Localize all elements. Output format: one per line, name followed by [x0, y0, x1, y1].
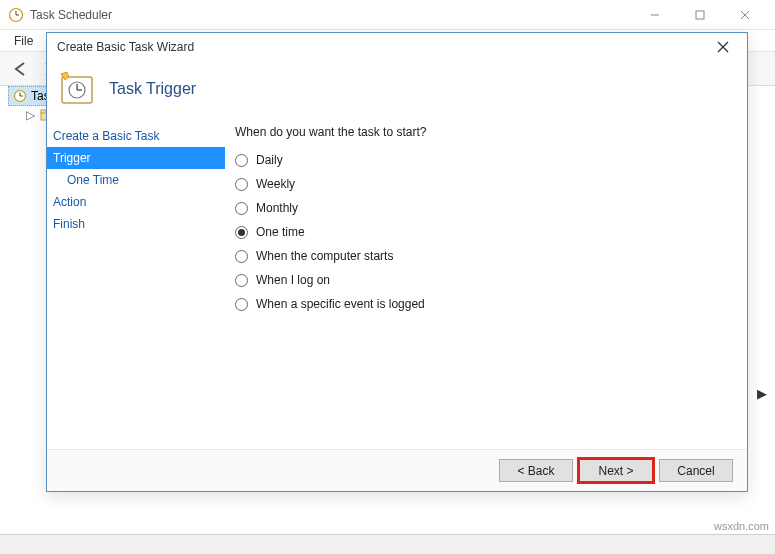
radio-icon-selected: [235, 226, 248, 239]
wizard-close-button[interactable]: [709, 36, 737, 58]
radio-icon: [235, 274, 248, 287]
radio-label: Weekly: [256, 177, 295, 191]
radio-label: When I log on: [256, 273, 330, 287]
radio-weekly[interactable]: Weekly: [235, 177, 729, 191]
radio-monthly[interactable]: Monthly: [235, 201, 729, 215]
wizard-title: Create Basic Task Wizard: [57, 40, 709, 54]
close-button[interactable]: [722, 1, 767, 29]
minimize-button[interactable]: [632, 1, 677, 29]
wizard-body: Create a Basic Task Trigger One Time Act…: [47, 125, 747, 449]
step-create-basic-task[interactable]: Create a Basic Task: [47, 125, 225, 147]
step-one-time[interactable]: One Time: [47, 169, 225, 191]
radio-label: Daily: [256, 153, 283, 167]
window-controls: [632, 1, 767, 29]
nav-back-button[interactable]: [6, 55, 34, 83]
main-window-title: Task Scheduler: [30, 8, 632, 22]
radio-log-on[interactable]: When I log on: [235, 273, 729, 287]
back-button[interactable]: < Back: [499, 459, 573, 482]
radio-one-time[interactable]: One time: [235, 225, 729, 239]
radio-icon: [235, 202, 248, 215]
maximize-button[interactable]: [677, 1, 722, 29]
trigger-prompt: When do you want the task to start?: [235, 125, 729, 139]
wizard-header-icon: [59, 71, 95, 107]
wizard-steps-sidebar: Create a Basic Task Trigger One Time Act…: [47, 125, 225, 449]
menu-file[interactable]: File: [6, 32, 41, 50]
wizard-header: Task Trigger: [47, 61, 747, 125]
radio-label: When a specific event is logged: [256, 297, 425, 311]
cancel-button[interactable]: Cancel: [659, 459, 733, 482]
radio-label: When the computer starts: [256, 249, 393, 263]
radio-icon: [235, 250, 248, 263]
radio-daily[interactable]: Daily: [235, 153, 729, 167]
radio-label: One time: [256, 225, 305, 239]
expand-right-icon[interactable]: ▶: [757, 386, 767, 401]
step-action[interactable]: Action: [47, 191, 225, 213]
wizard-header-title: Task Trigger: [109, 80, 196, 98]
radio-icon: [235, 178, 248, 191]
main-titlebar: Task Scheduler: [0, 0, 775, 30]
radio-computer-starts[interactable]: When the computer starts: [235, 249, 729, 263]
clock-icon: [8, 7, 24, 23]
wizard-dialog: Create Basic Task Wizard Task Trigger Cr…: [46, 32, 748, 492]
step-finish[interactable]: Finish: [47, 213, 225, 235]
clock-icon: [13, 89, 27, 103]
chevron-right-icon: ▷: [26, 108, 36, 122]
radio-label: Monthly: [256, 201, 298, 215]
wizard-content: When do you want the task to start? Dail…: [225, 125, 747, 449]
next-button[interactable]: Next >: [579, 459, 653, 482]
statusbar: [0, 534, 775, 554]
wizard-footer: < Back Next > Cancel: [47, 449, 747, 491]
radio-icon: [235, 154, 248, 167]
radio-icon: [235, 298, 248, 311]
radio-specific-event[interactable]: When a specific event is logged: [235, 297, 729, 311]
step-trigger[interactable]: Trigger: [47, 147, 225, 169]
wizard-titlebar: Create Basic Task Wizard: [47, 33, 747, 61]
watermark: wsxdn.com: [714, 520, 769, 532]
svg-rect-4: [696, 11, 704, 19]
